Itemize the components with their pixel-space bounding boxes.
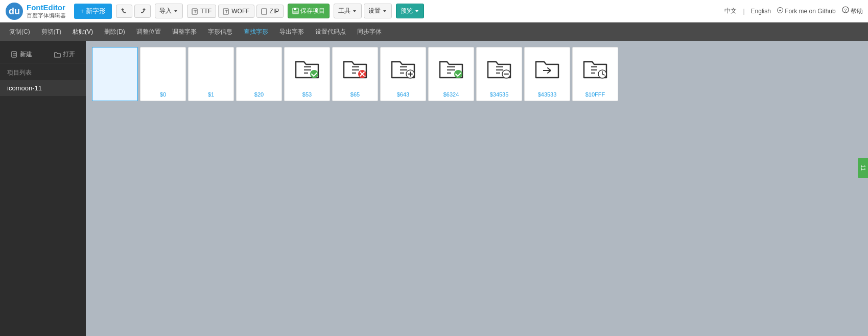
fork-link[interactable]: ✦ Fork me on Github <box>777 7 836 15</box>
chevron-down-icon <box>173 9 178 14</box>
glyph-code-34535: $34535 <box>490 91 509 98</box>
glyph-card-10fff[interactable]: $10FFF <box>572 47 618 101</box>
glyph-card-6324[interactable]: $6324 <box>428 47 474 101</box>
ttf-icon <box>192 8 199 15</box>
sync-font-button[interactable]: 同步字体 <box>352 25 387 39</box>
svg-text:du: du <box>9 6 20 16</box>
svg-rect-11 <box>293 11 298 14</box>
glyph-icon-area-6324 <box>429 47 474 90</box>
svg-rect-2 <box>192 9 197 14</box>
lang-en-link[interactable]: English <box>751 8 771 15</box>
undo-icon <box>121 8 128 15</box>
save-icon <box>292 8 299 14</box>
settings-button[interactable]: 设置 <box>364 4 392 18</box>
glyph-code-6324: $6324 <box>443 91 459 98</box>
tools-group: 工具 设置 <box>334 4 392 18</box>
tools-button[interactable]: 工具 <box>334 4 362 18</box>
folder-clock-icon <box>582 56 608 82</box>
glyph-icon-area-20 <box>237 47 281 90</box>
save-button[interactable]: 保存项目 <box>288 4 330 18</box>
glyph-code-43533: $43533 <box>538 91 557 98</box>
import-button[interactable]: 导入 <box>155 4 183 18</box>
glyph-grid: $0 $1 $20 <box>92 47 862 101</box>
glyph-code-53: $53 <box>302 91 312 98</box>
svg-text:?: ? <box>844 8 847 13</box>
folder-check-icon <box>294 56 320 82</box>
glyph-code-65: $65 <box>350 91 360 98</box>
new-file-icon <box>11 51 18 58</box>
zip-button[interactable]: ZIP <box>256 5 284 18</box>
glyph-card-65[interactable]: $65 <box>332 47 378 101</box>
lang-zh-link[interactable]: 中文 <box>724 7 737 15</box>
glyph-info-button[interactable]: 字形信息 <box>203 25 238 39</box>
project-list-title: 项目列表 <box>0 65 86 80</box>
undo-button[interactable] <box>116 5 132 18</box>
project-icomoon[interactable]: icomoon-11 <box>0 80 86 96</box>
top-nav: du FontEditor 百度字体编辑器 + 新字形 导入 TTF WOFF <box>0 0 868 22</box>
adjust-glyph-button[interactable]: 调整字形 <box>167 25 202 39</box>
redo-icon <box>139 8 146 15</box>
cut-button[interactable]: 剪切(T) <box>36 25 66 39</box>
nav-right: 中文 | English ✦ Fork me on Github ? 帮助 <box>724 6 863 16</box>
glyph-card-0[interactable]: $0 <box>140 47 186 101</box>
glyph-icon-area-43533 <box>525 47 570 90</box>
open-folder-icon <box>54 51 61 58</box>
logo-area: du FontEditor 百度字体编辑器 <box>5 2 66 20</box>
content-area: $0 $1 $20 <box>86 41 868 336</box>
app-title: FontEditor <box>27 3 66 12</box>
secondary-toolbar: 复制(C) 剪切(T) 粘贴(V) 删除(D) 调整位置 调整字形 字形信息 查… <box>0 22 868 41</box>
glyph-code-643: $643 <box>397 91 409 98</box>
glyph-code-10fff: $10FFF <box>585 91 605 98</box>
delete-button[interactable]: 删除(D) <box>99 25 130 39</box>
folder-minus-icon <box>486 56 512 82</box>
format-group: TTF WOFF ZIP <box>187 5 284 18</box>
new-glyph-button[interactable]: + 新字形 <box>74 4 112 19</box>
paste-button[interactable]: 粘贴(V) <box>67 25 98 39</box>
adjust-pos-button[interactable]: 调整位置 <box>131 25 166 39</box>
sidebar: 新建 打开 项目列表 icomoon-11 <box>0 41 86 336</box>
svg-rect-8 <box>262 9 267 14</box>
svg-rect-10 <box>294 8 296 10</box>
preview-button[interactable]: 预览 <box>396 4 424 18</box>
glyph-code-1: $1 <box>208 91 214 98</box>
woff-button[interactable]: WOFF <box>218 5 254 18</box>
open-project-button[interactable]: 打开 <box>43 46 86 63</box>
glyph-icon-area-0 <box>140 47 185 90</box>
folder-plus-icon <box>390 56 416 82</box>
glyph-card-43533[interactable]: $43533 <box>524 47 570 101</box>
logo-icon: du <box>5 2 24 20</box>
svg-rect-5 <box>223 9 228 14</box>
woff-icon <box>223 8 230 15</box>
side-toggle-button[interactable]: 11 <box>858 158 868 178</box>
github-icon: ✦ <box>777 7 783 13</box>
glyph-card-643[interactable]: $643 <box>380 47 426 101</box>
help-link[interactable]: ? 帮助 <box>842 6 863 16</box>
copy-button[interactable]: 复制(C) <box>4 25 35 39</box>
import-group: 导入 <box>155 4 183 18</box>
svg-text:✦: ✦ <box>779 9 782 12</box>
find-glyph-button[interactable]: 查找字形 <box>239 25 273 39</box>
export-glyph-button[interactable]: 导出字形 <box>274 25 309 39</box>
app-subtitle: 百度字体编辑器 <box>27 12 66 19</box>
glyph-icon-area-65 <box>333 47 378 90</box>
ttf-button[interactable]: TTF <box>187 5 216 18</box>
redo-button[interactable] <box>134 5 151 18</box>
glyph-icon-area-53 <box>285 47 330 90</box>
set-codepoint-button[interactable]: 设置代码点 <box>310 25 351 39</box>
glyph-code-20: $20 <box>254 91 264 98</box>
preview-group: 预览 <box>396 4 424 18</box>
sidebar-actions: 新建 打开 <box>0 46 86 63</box>
folder-x-icon <box>342 56 368 82</box>
preview-chevron-icon <box>414 9 419 14</box>
glyph-card-34535[interactable]: $34535 <box>476 47 522 101</box>
glyph-card-blank1[interactable] <box>92 47 138 101</box>
glyph-card-1[interactable]: $1 <box>188 47 234 101</box>
glyph-card-53[interactable]: $53 <box>284 47 330 101</box>
new-project-button[interactable]: 新建 <box>0 46 43 63</box>
main-layout: 新建 打开 项目列表 icomoon-11 $0 <box>0 41 868 336</box>
tools-chevron-icon <box>352 9 357 14</box>
glyph-card-20[interactable]: $20 <box>236 47 282 101</box>
svg-rect-16 <box>12 52 16 57</box>
zip-icon <box>261 8 268 15</box>
glyph-icon-area-34535 <box>477 47 522 90</box>
